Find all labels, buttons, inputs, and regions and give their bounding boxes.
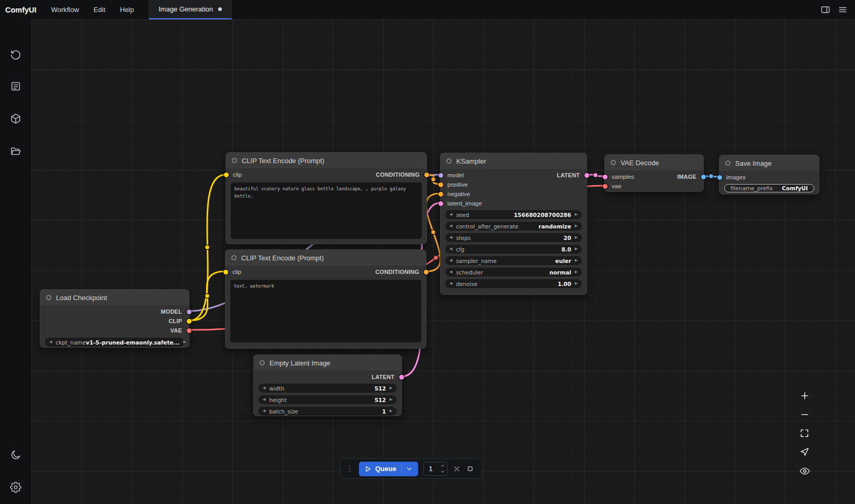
increment-arrow-icon[interactable]: ▶ <box>575 259 578 262</box>
increment-arrow-icon[interactable]: ▶ <box>575 270 578 274</box>
main-menu-button[interactable] <box>838 5 848 15</box>
decrement-arrow-icon[interactable]: ◀ <box>449 247 452 251</box>
increment-arrow-icon[interactable]: ▶ <box>183 340 186 344</box>
node-header[interactable]: CLIP Text Encode (Prompt) <box>226 250 426 266</box>
theme-toggle-button[interactable] <box>10 449 21 461</box>
drag-handle-icon[interactable]: ⋮ <box>346 465 354 473</box>
widget-cfg[interactable]: ◀ cfg 8.0 ▶ <box>445 245 582 254</box>
node-header[interactable]: KSampler <box>441 153 587 169</box>
output-port-conditioning[interactable] <box>424 270 429 274</box>
input-port-latent-image[interactable] <box>438 201 443 206</box>
output-port-model[interactable] <box>187 310 192 314</box>
menu-help[interactable]: Help <box>113 0 141 19</box>
decrement-arrow-icon[interactable]: ◀ <box>449 270 452 274</box>
widget-height[interactable]: ◀ height 512 ▶ <box>258 395 397 404</box>
increment-arrow-icon[interactable]: ▶ <box>575 247 578 251</box>
history-button[interactable] <box>10 49 21 61</box>
decrement-arrow-icon[interactable]: ◀ <box>449 259 452 262</box>
input-port-clip[interactable] <box>223 270 228 274</box>
prompt-textarea[interactable]: text, watermark <box>230 280 421 342</box>
zoom-in-button[interactable] <box>799 390 810 401</box>
collapse-dot-icon[interactable] <box>232 158 237 163</box>
increment-arrow-icon[interactable]: ▶ <box>390 398 392 402</box>
decrement-arrow-icon[interactable]: ◀ <box>449 236 452 239</box>
collapse-dot-icon[interactable] <box>46 295 51 300</box>
node-vae-decode[interactable]: VAE Decode samples IMAGE vae <box>604 154 704 192</box>
decrement-arrow-icon[interactable]: ◀ <box>263 409 265 413</box>
output-port-clip[interactable] <box>187 319 192 324</box>
chevron-down-icon[interactable] <box>406 465 413 473</box>
node-load-checkpoint[interactable]: Load Checkpoint MODEL CLIP VAE ◀ ckpt_na… <box>40 289 189 348</box>
widget-denoise[interactable]: ◀ denoise 1.00 ▶ <box>445 279 582 288</box>
node-save-image[interactable]: Save Image images filename_prefix ComfyU… <box>719 155 819 194</box>
node-header[interactable]: Empty Latent Image <box>254 355 401 371</box>
widget-steps[interactable]: ◀ steps 20 ▶ <box>445 233 582 242</box>
toggle-visibility-button[interactable] <box>799 465 810 476</box>
batch-count-input[interactable]: 1 <box>423 462 447 476</box>
decrement-arrow-icon[interactable]: ◀ <box>449 213 452 216</box>
output-port-vae[interactable] <box>187 328 192 333</box>
input-port-clip[interactable] <box>224 173 229 177</box>
collapse-dot-icon[interactable] <box>611 160 616 165</box>
decrement-arrow-icon[interactable]: ◀ <box>263 398 265 402</box>
fit-view-button[interactable] <box>799 428 810 439</box>
widget-sampler-name[interactable]: ◀ sampler_name euler ▶ <box>445 256 582 265</box>
clear-queue-button[interactable] <box>453 465 461 473</box>
toggle-panel-button[interactable] <box>820 5 830 15</box>
node-header[interactable]: Load Checkpoint <box>40 290 189 305</box>
widget-ckpt-name[interactable]: ◀ ckpt_name v1-5-pruned-emaonly.safete..… <box>45 338 184 347</box>
input-port-positive[interactable] <box>438 182 443 187</box>
tab-image-generation[interactable]: Image Generation <box>149 0 232 19</box>
node-header[interactable]: VAE Decode <box>605 155 703 170</box>
increment-arrow-icon[interactable]: ▶ <box>575 213 578 216</box>
node-clip-text-encode-negative[interactable]: CLIP Text Encode (Prompt) clip CONDITION… <box>225 249 426 349</box>
output-port-image[interactable] <box>701 175 706 179</box>
widget-width[interactable]: ◀ width 512 ▶ <box>258 384 397 393</box>
chevron-down-icon[interactable] <box>440 469 445 474</box>
node-library-button[interactable] <box>10 113 21 124</box>
input-port-samples[interactable] <box>603 175 608 179</box>
node-header[interactable]: Save Image <box>719 155 819 171</box>
decrement-arrow-icon[interactable]: ◀ <box>49 340 52 344</box>
chevron-up-icon[interactable] <box>440 463 445 468</box>
output-port-conditioning[interactable] <box>424 173 429 177</box>
output-port-latent[interactable] <box>584 173 589 178</box>
increment-arrow-icon[interactable]: ▶ <box>575 282 578 285</box>
queue-button[interactable]: Queue <box>359 462 418 476</box>
node-clip-text-encode-positive[interactable]: CLIP Text Encode (Prompt) clip CONDITION… <box>226 152 427 244</box>
widget-control-after-generate[interactable]: ◀ control_after_generate randomize ▶ <box>445 222 582 231</box>
increment-arrow-icon[interactable]: ▶ <box>390 409 392 413</box>
widget-batch-size[interactable]: ◀ batch_size 1 ▶ <box>258 407 397 416</box>
input-port-negative[interactable] <box>438 192 443 197</box>
collapse-dot-icon[interactable] <box>260 360 265 365</box>
decrement-arrow-icon[interactable]: ◀ <box>263 386 265 390</box>
decrement-arrow-icon[interactable]: ◀ <box>449 282 452 285</box>
settings-button[interactable] <box>10 482 21 493</box>
increment-arrow-icon[interactable]: ▶ <box>575 236 578 239</box>
node-ksampler[interactable]: KSampler model LATENT positive negative … <box>440 153 587 295</box>
select-mode-button[interactable] <box>799 446 810 457</box>
prompt-textarea[interactable]: beautiful scenery nature glass bottle la… <box>231 182 422 239</box>
increment-arrow-icon[interactable]: ▶ <box>575 224 578 228</box>
widget-seed[interactable]: ◀ seed 156680208700286 ▶ <box>445 210 582 219</box>
zoom-out-button[interactable] <box>799 409 810 420</box>
stop-button[interactable] <box>466 465 474 473</box>
increment-arrow-icon[interactable]: ▶ <box>390 386 392 390</box>
menu-workflow[interactable]: Workflow <box>44 0 86 19</box>
menu-edit[interactable]: Edit <box>86 0 113 19</box>
input-port-images[interactable] <box>717 175 722 180</box>
output-port-latent[interactable] <box>399 375 404 380</box>
collapse-dot-icon[interactable] <box>231 255 237 260</box>
input-port-model[interactable] <box>438 173 443 178</box>
collapse-dot-icon[interactable] <box>446 158 452 164</box>
model-library-button[interactable] <box>10 145 21 157</box>
input-port-vae[interactable] <box>603 184 608 189</box>
widget-filename-prefix[interactable]: filename_prefix ComfyUI <box>724 184 814 192</box>
collapse-dot-icon[interactable] <box>725 161 730 166</box>
node-header[interactable]: CLIP Text Encode (Prompt) <box>226 153 426 168</box>
queue-panel-button[interactable] <box>10 81 21 92</box>
decrement-arrow-icon[interactable]: ◀ <box>449 224 452 228</box>
input-label-samples: samples <box>612 174 634 180</box>
node-empty-latent-image[interactable]: Empty Latent Image LATENT ◀ width 512 ▶ … <box>253 354 402 416</box>
widget-scheduler[interactable]: ◀ scheduler normal ▶ <box>445 268 582 277</box>
